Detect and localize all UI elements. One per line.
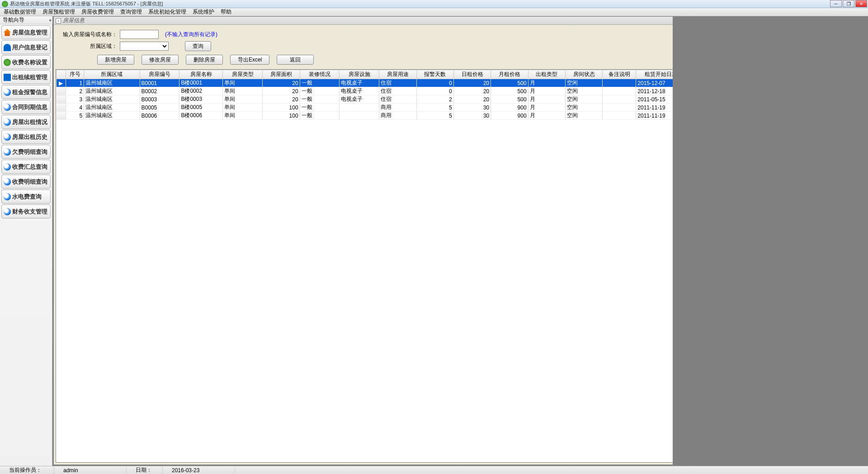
col-header[interactable]: 出租类型 bbox=[528, 70, 565, 79]
search-icon bbox=[4, 178, 11, 185]
status-date-value: 2016-03-23 bbox=[163, 467, 235, 474]
export-excel-button[interactable]: 导出Excel bbox=[230, 55, 269, 65]
sidebar-item-fee-detail[interactable]: 收费明细查询 bbox=[1, 175, 51, 189]
status-operator-label: 当前操作员： bbox=[0, 466, 54, 474]
col-header[interactable]: 所属区域 bbox=[84, 70, 140, 79]
sidebar-item-label: 房屋出租情况 bbox=[12, 118, 47, 126]
sidebar-item-label: 房屋出租历史 bbox=[12, 133, 47, 141]
menubar: 基础数据管理 房屋预租管理 房屋收费管理 查询管理 系统初始化管理 系统维护 帮… bbox=[0, 8, 868, 16]
sidebar-item-label: 收费汇总查询 bbox=[12, 163, 47, 171]
app-title: 易达物业房屋出租管理系统 未注册版 TELL:15825675057 - [房屋… bbox=[10, 0, 163, 7]
sidebar-item-label: 房屋信息管理 bbox=[12, 28, 47, 37]
app-icon bbox=[2, 1, 8, 7]
status-operator-value: admin bbox=[54, 467, 127, 474]
sidebar: 房屋信息管理 用户信息登记 收费名称设置 出租续租管理 租金报警信息 合同到期信… bbox=[0, 24, 52, 466]
sidebar-item-house-info[interactable]: 房屋信息管理 bbox=[1, 25, 51, 39]
search-icon bbox=[4, 148, 11, 156]
child-title: 房屋信息 bbox=[63, 17, 85, 24]
child-system-menu-icon[interactable]: - bbox=[56, 18, 61, 24]
col-header[interactable]: 备注说明 bbox=[603, 70, 636, 79]
col-header[interactable]: 序号 bbox=[66, 70, 84, 79]
search-icon bbox=[4, 133, 11, 141]
sidebar-item-label: 财务收支管理 bbox=[12, 208, 47, 216]
input-house-code[interactable] bbox=[120, 30, 159, 39]
menu-init[interactable]: 系统初始化管理 bbox=[146, 8, 188, 16]
nav-collapse-icon[interactable]: « bbox=[49, 18, 52, 23]
col-header[interactable]: 房屋名称 bbox=[179, 70, 223, 79]
col-header[interactable]: 房屋类型 bbox=[223, 70, 263, 79]
col-header[interactable]: 房屋面积 bbox=[263, 70, 300, 79]
back-button[interactable]: 返回 bbox=[277, 55, 314, 65]
col-header[interactable]: 日租价格 bbox=[453, 70, 491, 79]
col-header[interactable]: 房屋用途 bbox=[379, 70, 416, 79]
col-header[interactable]: 房屋设施 bbox=[340, 70, 379, 79]
sidebar-item-rent-renew[interactable]: 出租续租管理 bbox=[1, 70, 51, 84]
col-header[interactable]: 月租价格 bbox=[491, 70, 528, 79]
search-icon bbox=[4, 104, 11, 111]
search-icon bbox=[4, 89, 11, 96]
user-icon bbox=[4, 44, 11, 51]
delete-house-button[interactable]: 删除房屋 bbox=[186, 55, 223, 65]
select-area[interactable] bbox=[120, 42, 169, 51]
house-icon bbox=[4, 29, 11, 36]
menu-basic-data[interactable]: 基础数据管理 bbox=[2, 8, 38, 16]
menu-maintain[interactable]: 系统维护 bbox=[191, 8, 216, 16]
nav-header: 导航向导 « bbox=[0, 16, 52, 24]
menu-pre-rent[interactable]: 房屋预租管理 bbox=[41, 8, 77, 16]
search-icon bbox=[4, 208, 11, 215]
edit-house-button[interactable]: 修改房屋 bbox=[142, 55, 179, 65]
status-date-label: 日期： bbox=[127, 466, 163, 474]
yen-icon bbox=[4, 59, 11, 66]
sidebar-item-label: 合同到期信息 bbox=[12, 103, 47, 111]
nav-title: 导航向导 bbox=[3, 16, 24, 24]
query-hint: (不输入查询所有记录) bbox=[165, 31, 217, 38]
col-header[interactable]: 房屋编号 bbox=[140, 70, 179, 79]
window-minimize-button[interactable]: ─ bbox=[830, 0, 842, 7]
search-icon bbox=[4, 118, 11, 126]
sidebar-item-arrears-detail[interactable]: 欠费明细查询 bbox=[1, 145, 51, 159]
sidebar-item-rent-alarm[interactable]: 租金报警信息 bbox=[1, 85, 51, 99]
label-area: 所属区域： bbox=[63, 43, 117, 50]
sidebar-item-label: 用户信息登记 bbox=[12, 43, 47, 52]
search-icon bbox=[4, 163, 11, 171]
sidebar-item-utility-query[interactable]: 水电费查询 bbox=[1, 190, 51, 204]
menu-query[interactable]: 查询管理 bbox=[118, 8, 144, 16]
col-header[interactable]: 报警天数 bbox=[416, 70, 453, 79]
menu-fee[interactable]: 房屋收费管理 bbox=[80, 8, 116, 16]
window-close-button[interactable]: ✕ bbox=[855, 0, 867, 7]
sidebar-item-label: 收费名称设置 bbox=[12, 58, 47, 66]
sidebar-item-label: 租金报警信息 bbox=[12, 88, 47, 96]
col-header[interactable]: 房间状态 bbox=[565, 70, 602, 79]
sidebar-item-user-reg[interactable]: 用户信息登记 bbox=[1, 40, 51, 54]
sidebar-item-finance[interactable]: 财务收支管理 bbox=[1, 204, 51, 218]
desktop-background-strip bbox=[673, 16, 868, 466]
label-house-code: 输入房屋编号或名称： bbox=[63, 31, 117, 38]
window-maximize-button[interactable]: ❐ bbox=[843, 0, 854, 7]
app-titlebar: 易达物业房屋出租管理系统 未注册版 TELL:15825675057 - [房屋… bbox=[0, 0, 868, 8]
sidebar-item-fee-name[interactable]: 收费名称设置 bbox=[1, 55, 51, 69]
sidebar-item-label: 出租续租管理 bbox=[12, 73, 47, 81]
statusbar: 当前操作员： admin 日期： 2016-03-23 bbox=[0, 466, 868, 474]
add-house-button[interactable]: 新增房屋 bbox=[97, 55, 134, 65]
sidebar-item-label: 欠费明细查询 bbox=[12, 148, 47, 156]
sidebar-item-contract-expire[interactable]: 合同到期信息 bbox=[1, 100, 51, 114]
arrows-icon bbox=[4, 74, 11, 81]
sidebar-item-rent-status[interactable]: 房屋出租情况 bbox=[1, 115, 51, 129]
search-icon bbox=[4, 193, 11, 200]
sidebar-item-rent-history[interactable]: 房屋出租历史 bbox=[1, 130, 51, 144]
menu-help[interactable]: 帮助 bbox=[219, 8, 233, 16]
query-button[interactable]: 查询 bbox=[185, 41, 211, 51]
sidebar-item-fee-summary[interactable]: 收费汇总查询 bbox=[1, 160, 51, 174]
sidebar-item-label: 水电费查询 bbox=[12, 193, 42, 201]
col-header[interactable]: 装修情况 bbox=[300, 70, 340, 79]
sidebar-item-label: 收费明细查询 bbox=[12, 178, 47, 186]
